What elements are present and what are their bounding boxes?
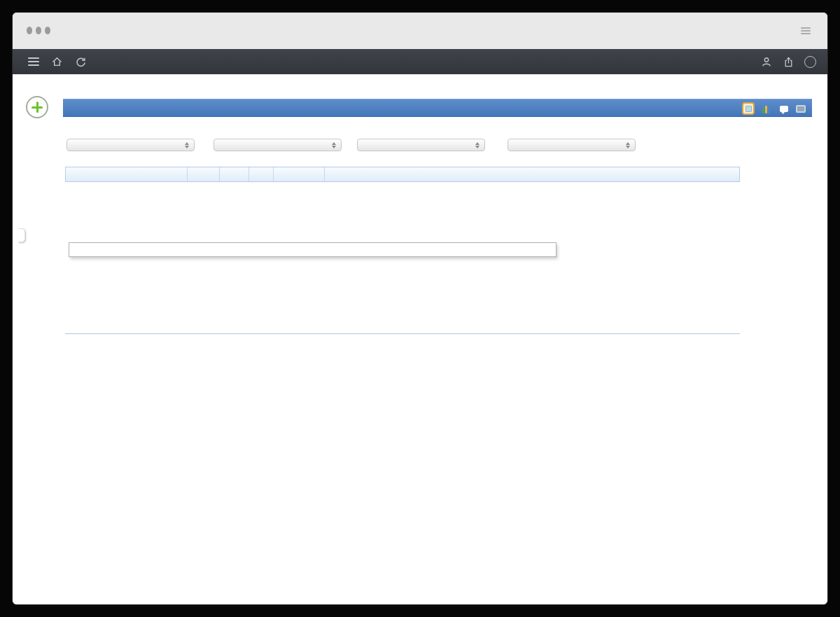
window-control-dots[interactable] xyxy=(27,27,50,34)
comment-icon[interactable] xyxy=(780,106,788,112)
user-icon[interactable] xyxy=(760,56,773,68)
filter-outcomes-dropdown[interactable] xyxy=(66,139,195,151)
app-window xyxy=(13,13,827,604)
outcomes-table-continued xyxy=(65,333,740,334)
window-dot-icon[interactable] xyxy=(45,27,50,34)
measures-subtable xyxy=(69,242,556,257)
refresh-icon[interactable] xyxy=(75,56,87,68)
outcome-picker-header xyxy=(63,99,812,117)
filter-performance xyxy=(507,134,636,151)
measures-subtable-header xyxy=(69,243,556,256)
window-dot-icon[interactable] xyxy=(27,27,32,34)
filter-performance-dropdown[interactable] xyxy=(507,139,636,151)
dropdown-arrows-icon xyxy=(475,142,479,148)
column-header-add-task xyxy=(220,167,249,181)
column-header-add-measure xyxy=(188,167,220,181)
outcomes-table xyxy=(65,167,740,182)
home-icon[interactable] xyxy=(51,56,63,67)
filter-outcomes xyxy=(66,134,195,151)
dropdown-arrows-icon xyxy=(185,142,189,148)
chart-view-icon[interactable] xyxy=(762,104,772,113)
share-icon[interactable] xyxy=(783,56,794,68)
filter-dates xyxy=(357,134,485,151)
card-view-icon[interactable] xyxy=(742,102,755,115)
window-titlebar xyxy=(13,13,827,49)
column-header-series xyxy=(274,167,325,181)
page-content xyxy=(13,74,827,604)
filter-series-dropdown[interactable] xyxy=(214,139,342,151)
menu-hamburger-icon[interactable] xyxy=(28,55,39,68)
dropdown-arrows-icon xyxy=(626,142,630,148)
screen-background xyxy=(0,0,840,617)
column-header-focus xyxy=(249,167,274,181)
outcomes-table-header xyxy=(65,167,740,182)
column-header-outcome xyxy=(66,167,188,181)
monitor-view-icon[interactable] xyxy=(796,105,806,113)
filter-series xyxy=(214,134,342,151)
page-edge-tab xyxy=(18,228,25,242)
app-navbar xyxy=(13,49,827,74)
help-icon[interactable] xyxy=(804,56,816,68)
dropdown-arrows-icon xyxy=(332,142,336,148)
window-menu-icon[interactable] xyxy=(801,27,811,36)
window-dot-icon[interactable] xyxy=(36,27,41,34)
add-outcome-button[interactable] xyxy=(26,96,48,118)
filter-dates-dropdown[interactable] xyxy=(357,139,485,151)
